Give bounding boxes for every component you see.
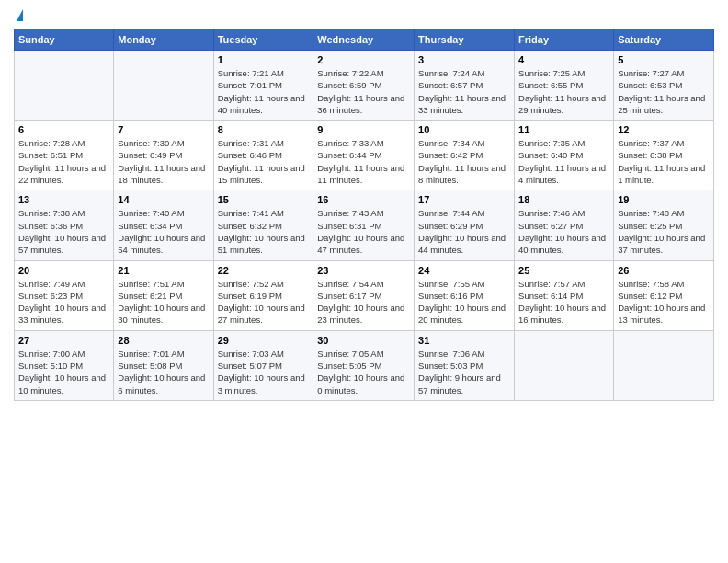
day-info: Sunrise: 7:41 AMSunset: 6:32 PMDaylight:… [218, 207, 310, 256]
calendar-cell: 2Sunrise: 7:22 AMSunset: 6:59 PMDaylight… [313, 51, 415, 121]
day-info: Sunrise: 7:34 AMSunset: 6:42 PMDaylight:… [418, 137, 510, 186]
day-number: 25 [518, 265, 609, 276]
day-number: 31 [418, 335, 510, 346]
day-number: 28 [118, 335, 209, 346]
day-number: 23 [317, 265, 410, 276]
calendar-cell: 1Sunrise: 7:21 AMSunset: 7:01 PMDaylight… [213, 51, 313, 121]
day-info: Sunrise: 7:57 AMSunset: 6:14 PMDaylight:… [518, 278, 609, 327]
calendar-cell: 9Sunrise: 7:33 AMSunset: 6:44 PMDaylight… [313, 121, 415, 190]
calendar-cell: 20Sunrise: 7:49 AMSunset: 6:23 PMDayligh… [15, 260, 114, 330]
calendar-cell [614, 330, 714, 400]
day-info: Sunrise: 7:28 AMSunset: 6:51 PMDaylight:… [18, 137, 109, 186]
calendar-cell [114, 51, 213, 121]
day-info: Sunrise: 7:51 AMSunset: 6:21 PMDaylight:… [118, 278, 209, 327]
day-number: 30 [317, 335, 410, 346]
calendar-cell: 19Sunrise: 7:48 AMSunset: 6:25 PMDayligh… [614, 190, 714, 260]
day-info: Sunrise: 7:01 AMSunset: 5:08 PMDaylight:… [118, 348, 209, 396]
day-info: Sunrise: 7:49 AMSunset: 6:23 PMDaylight:… [18, 278, 109, 327]
weekday-header-row: SundayMondayTuesdayWednesdayThursdayFrid… [15, 29, 714, 51]
weekday-header-monday: Monday [114, 29, 213, 51]
weekday-header-tuesday: Tuesday [213, 29, 313, 51]
day-number: 13 [18, 194, 109, 205]
day-number: 12 [618, 124, 710, 135]
calendar-cell: 28Sunrise: 7:01 AMSunset: 5:08 PMDayligh… [114, 330, 213, 400]
day-number: 7 [118, 124, 209, 135]
day-info: Sunrise: 7:24 AMSunset: 6:57 PMDaylight:… [418, 67, 510, 116]
day-number: 19 [618, 194, 710, 205]
day-info: Sunrise: 7:38 AMSunset: 6:36 PMDaylight:… [18, 207, 109, 256]
day-number: 20 [18, 265, 109, 276]
calendar-page: SundayMondayTuesdayWednesdayThursdayFrid… [0, 0, 728, 415]
day-number: 10 [418, 124, 510, 135]
calendar-cell: 16Sunrise: 7:43 AMSunset: 6:31 PMDayligh… [313, 190, 415, 260]
page-header [14, 9, 714, 21]
day-number: 1 [218, 54, 310, 65]
calendar-cell: 8Sunrise: 7:31 AMSunset: 6:46 PMDaylight… [213, 121, 313, 190]
week-row-2: 6Sunrise: 7:28 AMSunset: 6:51 PMDaylight… [15, 121, 714, 190]
day-number: 18 [518, 194, 609, 205]
weekday-header-sunday: Sunday [15, 29, 114, 51]
day-info: Sunrise: 7:06 AMSunset: 5:03 PMDaylight:… [418, 348, 510, 396]
calendar-cell: 3Sunrise: 7:24 AMSunset: 6:57 PMDaylight… [415, 51, 515, 121]
day-number: 5 [618, 54, 710, 65]
day-info: Sunrise: 7:00 AMSunset: 5:10 PMDaylight:… [18, 348, 109, 396]
day-info: Sunrise: 7:25 AMSunset: 6:55 PMDaylight:… [518, 67, 609, 116]
day-number: 2 [317, 54, 410, 65]
calendar-cell: 22Sunrise: 7:52 AMSunset: 6:19 PMDayligh… [213, 260, 313, 330]
calendar-cell: 29Sunrise: 7:03 AMSunset: 5:07 PMDayligh… [213, 330, 313, 400]
day-number: 6 [18, 124, 109, 135]
calendar-cell: 31Sunrise: 7:06 AMSunset: 5:03 PMDayligh… [415, 330, 515, 400]
weekday-header-friday: Friday [515, 29, 614, 51]
day-info: Sunrise: 7:48 AMSunset: 6:25 PMDaylight:… [618, 207, 710, 256]
day-number: 24 [418, 265, 510, 276]
calendar-cell: 14Sunrise: 7:40 AMSunset: 6:34 PMDayligh… [114, 190, 213, 260]
day-info: Sunrise: 7:27 AMSunset: 6:53 PMDaylight:… [618, 67, 710, 116]
day-number: 26 [618, 265, 710, 276]
calendar-cell: 17Sunrise: 7:44 AMSunset: 6:29 PMDayligh… [415, 190, 515, 260]
day-number: 4 [518, 54, 609, 65]
day-info: Sunrise: 7:44 AMSunset: 6:29 PMDaylight:… [418, 207, 510, 256]
logo-triangle-icon [17, 9, 23, 21]
day-info: Sunrise: 7:31 AMSunset: 6:46 PMDaylight:… [218, 137, 310, 186]
calendar-cell: 5Sunrise: 7:27 AMSunset: 6:53 PMDaylight… [614, 51, 714, 121]
day-info: Sunrise: 7:03 AMSunset: 5:07 PMDaylight:… [218, 348, 310, 396]
calendar-table: SundayMondayTuesdayWednesdayThursdayFrid… [14, 29, 714, 401]
day-info: Sunrise: 7:33 AMSunset: 6:44 PMDaylight:… [317, 137, 410, 186]
day-number: 21 [118, 265, 209, 276]
day-info: Sunrise: 7:21 AMSunset: 7:01 PMDaylight:… [218, 67, 310, 116]
day-number: 3 [418, 54, 510, 65]
day-info: Sunrise: 7:46 AMSunset: 6:27 PMDaylight:… [518, 207, 609, 256]
calendar-cell: 7Sunrise: 7:30 AMSunset: 6:49 PMDaylight… [114, 121, 213, 190]
day-number: 17 [418, 194, 510, 205]
day-info: Sunrise: 7:35 AMSunset: 6:40 PMDaylight:… [518, 137, 609, 186]
day-number: 29 [218, 335, 310, 346]
calendar-cell: 10Sunrise: 7:34 AMSunset: 6:42 PMDayligh… [415, 121, 515, 190]
calendar-cell: 23Sunrise: 7:54 AMSunset: 6:17 PMDayligh… [313, 260, 415, 330]
week-row-1: 1Sunrise: 7:21 AMSunset: 7:01 PMDaylight… [15, 51, 714, 121]
calendar-cell: 21Sunrise: 7:51 AMSunset: 6:21 PMDayligh… [114, 260, 213, 330]
day-info: Sunrise: 7:30 AMSunset: 6:49 PMDaylight:… [118, 137, 209, 186]
weekday-header-thursday: Thursday [415, 29, 515, 51]
calendar-cell: 18Sunrise: 7:46 AMSunset: 6:27 PMDayligh… [515, 190, 614, 260]
day-info: Sunrise: 7:43 AMSunset: 6:31 PMDaylight:… [317, 207, 410, 256]
day-info: Sunrise: 7:55 AMSunset: 6:16 PMDaylight:… [418, 278, 510, 327]
calendar-cell: 11Sunrise: 7:35 AMSunset: 6:40 PMDayligh… [515, 121, 614, 190]
day-info: Sunrise: 7:54 AMSunset: 6:17 PMDaylight:… [317, 278, 410, 327]
day-number: 15 [218, 194, 310, 205]
calendar-cell: 6Sunrise: 7:28 AMSunset: 6:51 PMDaylight… [15, 121, 114, 190]
calendar-cell: 25Sunrise: 7:57 AMSunset: 6:14 PMDayligh… [515, 260, 614, 330]
day-number: 9 [317, 124, 410, 135]
week-row-3: 13Sunrise: 7:38 AMSunset: 6:36 PMDayligh… [15, 190, 714, 260]
calendar-cell [15, 51, 114, 121]
day-info: Sunrise: 7:22 AMSunset: 6:59 PMDaylight:… [317, 67, 410, 116]
day-info: Sunrise: 7:40 AMSunset: 6:34 PMDaylight:… [118, 207, 209, 256]
calendar-cell: 24Sunrise: 7:55 AMSunset: 6:16 PMDayligh… [415, 260, 515, 330]
day-info: Sunrise: 7:58 AMSunset: 6:12 PMDaylight:… [618, 278, 710, 327]
calendar-cell: 4Sunrise: 7:25 AMSunset: 6:55 PMDaylight… [515, 51, 614, 121]
day-number: 27 [18, 335, 109, 346]
day-info: Sunrise: 7:05 AMSunset: 5:05 PMDaylight:… [317, 348, 410, 396]
weekday-header-saturday: Saturday [614, 29, 714, 51]
day-info: Sunrise: 7:52 AMSunset: 6:19 PMDaylight:… [218, 278, 310, 327]
calendar-cell: 27Sunrise: 7:00 AMSunset: 5:10 PMDayligh… [15, 330, 114, 400]
day-number: 22 [218, 265, 310, 276]
